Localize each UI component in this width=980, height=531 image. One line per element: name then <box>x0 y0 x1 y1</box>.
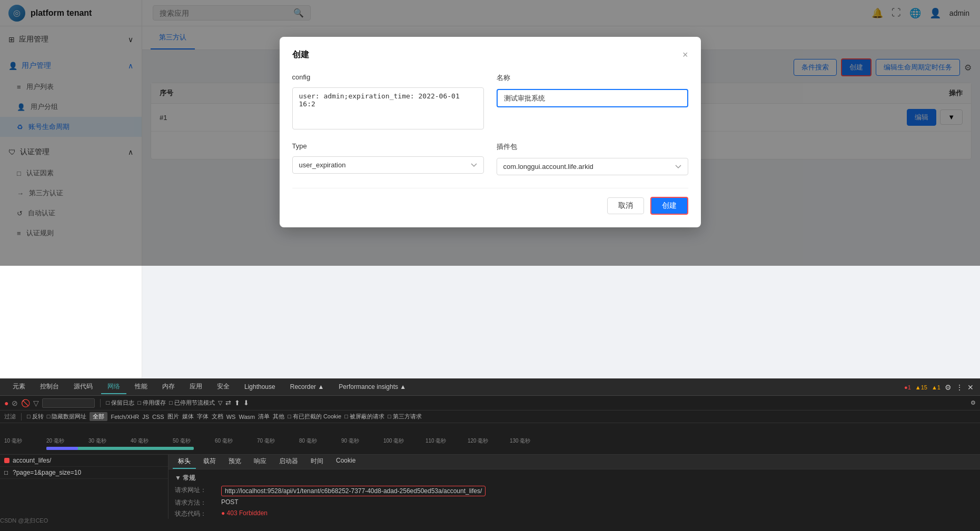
badge-warn2: ▲1 <box>932 384 941 390</box>
devtools-close-icon[interactable]: ✕ <box>967 383 974 392</box>
filter-manifest[interactable]: 清单 <box>258 413 270 420</box>
filter-font[interactable]: 字体 <box>197 413 209 420</box>
detail-tab-timing[interactable]: 时间 <box>305 455 329 469</box>
modal-close-button[interactable]: × <box>682 49 688 61</box>
name-input[interactable] <box>497 89 688 107</box>
tab-console[interactable]: 控制台 <box>34 380 65 394</box>
checkbox-icon: □ <box>4 469 9 476</box>
filter-fetch[interactable]: Fetch/XHR <box>111 414 139 420</box>
tab-security[interactable]: 安全 <box>211 380 236 394</box>
tl-10: 10 毫秒 <box>4 437 46 445</box>
list-item-page-params[interactable]: □ ?page=1&page_size=10 <box>0 467 168 479</box>
filter-media[interactable]: 媒体 <box>182 413 194 420</box>
tl-110: 110 毫秒 <box>425 437 468 445</box>
red-dot-icon <box>4 458 9 463</box>
tab-sources[interactable]: 源代码 <box>67 380 99 394</box>
upload-btn[interactable]: ⬆ <box>234 399 240 407</box>
record-btn[interactable]: ● <box>4 399 8 407</box>
name-col: 名称 <box>497 73 688 129</box>
filter-css[interactable]: CSS <box>152 414 164 420</box>
filter-all[interactable]: 全部 <box>90 412 107 421</box>
tab-recorder[interactable]: Recorder ▲ <box>284 381 331 394</box>
third-party-checkbox[interactable]: □ 第三方请求 <box>388 413 422 420</box>
modal-create-button[interactable]: 创建 <box>650 197 688 215</box>
detail-value-url: http://localhost:9528/api/v1/tenant/c6b6… <box>221 486 486 496</box>
modal-footer: 取消 创建 <box>292 188 688 215</box>
filter-wasm[interactable]: Wasm <box>239 414 255 420</box>
tl-120: 120 毫秒 <box>468 437 510 445</box>
cancel-button[interactable]: 取消 <box>607 197 644 214</box>
settings2-icon[interactable]: ⚙ <box>971 399 976 406</box>
plugin-select[interactable]: com.longgui.account.life.arkid <box>497 158 688 175</box>
filter-doc[interactable]: 文档 <box>212 413 223 420</box>
throttle-select[interactable]: ▽ <box>218 399 222 406</box>
devtools-more-icon[interactable]: ⋮ <box>956 383 963 392</box>
tl-80: 80 毫秒 <box>299 437 341 445</box>
detail-key-method: 请求方法： <box>175 498 217 507</box>
detail-tab-payload[interactable]: 载荷 <box>198 455 221 469</box>
filter-ws[interactable]: WS <box>226 414 236 420</box>
devtools-detail: ▼ 常规 请求网址： http://localhost:9528/api/v1/… <box>169 469 980 519</box>
invert-checkbox[interactable]: □ 反转 <box>27 413 44 420</box>
tab-performance[interactable]: 性能 <box>128 380 154 394</box>
hide-data-urls-checkbox[interactable]: □ 隐藏数据网址 <box>47 413 87 420</box>
filter-icon[interactable]: ▽ <box>33 399 39 407</box>
tl-30: 30 毫秒 <box>88 437 131 445</box>
detail-panel-tabs: 标头 载荷 预览 响应 启动器 时间 Cookie <box>169 455 980 469</box>
detail-tab-preview[interactable]: 预览 <box>223 455 246 469</box>
tab-application[interactable]: 应用 <box>183 380 209 394</box>
clear-btn[interactable]: 🚫 <box>21 399 30 407</box>
detail-row-method: 请求方法： POST <box>175 498 974 507</box>
devtools-timeline: 10 毫秒 20 毫秒 30 毫秒 40 毫秒 50 毫秒 60 毫秒 70 毫… <box>0 423 980 455</box>
devtools-detail-panel: 标头 载荷 预览 响应 启动器 时间 Cookie ▼ 常规 请求网址： htt… <box>169 455 980 519</box>
tl-130: 130 毫秒 <box>510 437 552 445</box>
tab-elements[interactable]: 元素 <box>6 380 32 394</box>
type-select[interactable]: user_expiration <box>292 156 484 174</box>
plugin-label: 插件包 <box>497 142 688 152</box>
config-col: config <box>292 73 484 129</box>
detail-tab-initiator[interactable]: 启动器 <box>274 455 303 469</box>
plugin-col: 插件包 com.longgui.account.life.arkid <box>497 142 688 175</box>
detail-tab-response[interactable]: 响应 <box>249 455 272 469</box>
modal-title: 创建 <box>292 49 309 61</box>
throttle-checkbox[interactable]: □ 已停用节流模式 <box>169 399 215 407</box>
disable-cache-checkbox[interactable]: □ 停用缓存 <box>137 399 166 407</box>
devtools-filter-input[interactable] <box>42 398 95 408</box>
blocked-req-checkbox[interactable]: □ 被屏蔽的请求 <box>344 413 384 420</box>
stop-btn[interactable]: ⊘ <box>12 399 18 407</box>
config-label: config <box>292 73 484 81</box>
devtools: 元素 控制台 源代码 网络 性能 内存 应用 安全 Lighthouse Rec… <box>0 378 980 531</box>
modal-body: config 名称 <box>292 73 688 129</box>
devtools-body: account_lifes/ □ ?page=1&page_size=10 标头… <box>0 455 980 519</box>
filter-img[interactable]: 图片 <box>167 413 179 420</box>
tl-90: 90 毫秒 <box>341 437 383 445</box>
tl-50: 50 毫秒 <box>173 437 215 445</box>
detail-section-general: ▼ 常规 <box>175 474 974 483</box>
download-btn[interactable]: ⬇ <box>243 399 249 407</box>
type-label: Type <box>292 142 484 150</box>
devtools-settings-icon[interactable]: ⚙ <box>945 383 952 392</box>
modal-header: 创建 × <box>292 49 688 61</box>
preserve-log-checkbox[interactable]: □ 保留日志 <box>106 399 134 407</box>
create-modal: 创建 × config 名称 Type user_expiration 插件包 … <box>280 37 701 227</box>
form-row2: Type user_expiration 插件包 com.longgui.acc… <box>292 142 688 175</box>
tab-network[interactable]: 网络 <box>101 380 126 394</box>
filter-other[interactable]: 其他 <box>273 413 284 420</box>
timeline-bar-blue <box>46 447 78 450</box>
detail-tab-headers[interactable]: 标头 <box>173 455 196 469</box>
devtools-filter-row: 过滤 □ 反转 □ 隐藏数据网址 全部 Fetch/XHR JS CSS 图片 … <box>0 410 980 423</box>
badge-error: ●1 <box>904 384 911 390</box>
import-btn[interactable]: ⇄ <box>225 399 231 407</box>
intercepted-cookie-checkbox[interactable]: □ 有已拦截的 Cookie <box>288 413 341 420</box>
config-textarea[interactable] <box>292 87 484 129</box>
filter-js[interactable]: JS <box>142 414 149 420</box>
csdn-watermark: CSDN @龙归CEO <box>0 515 976 527</box>
list-item-account-lifes[interactable]: account_lifes/ <box>0 455 168 467</box>
tab-memory[interactable]: 内存 <box>156 380 181 394</box>
tl-20: 20 毫秒 <box>46 437 88 445</box>
tab-lighthouse[interactable]: Lighthouse <box>238 381 282 394</box>
devtools-tab-bar: 元素 控制台 源代码 网络 性能 内存 应用 安全 Lighthouse Rec… <box>0 379 980 396</box>
detail-key-url: 请求网址： <box>175 486 217 496</box>
detail-tab-cookie[interactable]: Cookie <box>331 455 361 469</box>
tab-performance-insights[interactable]: Performance insights ▲ <box>332 381 412 394</box>
